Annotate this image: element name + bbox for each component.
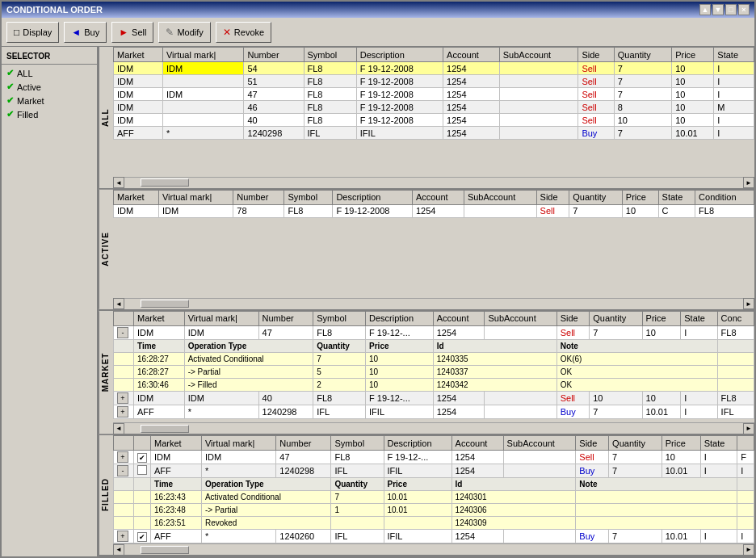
maximize-button[interactable]: □ xyxy=(725,4,737,15)
col-price: Price xyxy=(672,48,714,62)
table-row[interactable]: + ✔ IDM IDM 47 FL8 F 19-12-... 1254 xyxy=(114,451,754,464)
selector-item-active[interactable]: ✔ Active xyxy=(2,80,97,94)
table-row-expanded[interactable]: - AFF * 1240298 IFL IFIL 1254 xyxy=(114,464,754,478)
table-row[interactable]: IDM IDM 78 FL8 F 19-12-2008 1254 Sell 7 xyxy=(114,204,754,217)
filled-scrollbar[interactable]: ◄ ► xyxy=(113,543,754,555)
expand-btn[interactable]: + xyxy=(117,451,128,463)
cell-side: Sell xyxy=(578,62,614,75)
scroll-left[interactable]: ◄ xyxy=(113,544,124,556)
sell-button[interactable]: ► Sell xyxy=(111,22,153,43)
table-row[interactable]: IDM 40 FL8 F 19-12-2008 1254 Sell 10 xyxy=(114,114,754,127)
scroll-right[interactable]: ► xyxy=(743,298,754,309)
minimize-button[interactable]: ▲ xyxy=(699,4,711,15)
selector-item-market[interactable]: ✔ Market xyxy=(2,94,97,107)
active-section-label: ACTIVE xyxy=(99,190,113,309)
active-scrollbar[interactable]: ◄ ► xyxy=(113,298,754,309)
selector-label-all: ALL xyxy=(17,69,33,78)
table-row[interactable]: IDM 46 FL8 F 19-12-2008 1254 Sell 8 xyxy=(114,101,754,114)
cell-desc: F 19-12-2008 xyxy=(356,62,443,75)
col-desc: Description xyxy=(356,48,443,62)
display-label: Display xyxy=(23,27,52,37)
col-number: Number xyxy=(258,311,313,325)
filled-section-content: Market Virtual mark| Number Symbol Descr… xyxy=(113,435,754,555)
col-virtual: Virtual mark| xyxy=(162,48,244,62)
buy-button[interactable]: ◄ Buy xyxy=(64,22,107,43)
table-row[interactable]: IDM IDM 47 FL8 F 19-12-2008 1254 Sell 7 xyxy=(114,88,754,101)
collapse-btn[interactable]: - xyxy=(117,465,128,476)
col-side: Side xyxy=(576,436,609,451)
table-row[interactable]: IDM IDM 54 FL8 F 19-12-2008 1254 Sell 7 xyxy=(114,62,754,75)
col-symbol: Symbol xyxy=(284,190,333,204)
scroll-left[interactable]: ◄ xyxy=(113,298,124,309)
selector-label-active: Active xyxy=(17,82,41,92)
expand-btn[interactable]: + xyxy=(117,392,128,404)
table-row[interactable]: + ✔ AFF * 1240260 IFL IFIL 1254 xyxy=(114,530,754,543)
revoke-button[interactable]: ✕ Revoke xyxy=(216,22,271,43)
active-table: Market Virtual mark| Number Symbol Descr… xyxy=(113,190,754,218)
table-row[interactable]: + AFF * 1240298 IFL IFIL 1254 Buy xyxy=(114,405,754,418)
scroll-thumb[interactable] xyxy=(141,546,189,554)
checkbox[interactable]: ✔ xyxy=(137,453,147,463)
buy-icon: ◄ xyxy=(71,27,81,38)
filled-header-row: Market Virtual mark| Number Symbol Descr… xyxy=(114,436,754,451)
all-header-row: Market Virtual mark| Number Symbol Descr… xyxy=(114,48,754,62)
table-row-expanded[interactable]: - IDM IDM 47 FL8 F 19-12-... 1254 Sell xyxy=(114,325,754,339)
scroll-thumb[interactable] xyxy=(141,300,189,308)
market-table-area: Market Virtual mark| Number Symbol Descr… xyxy=(113,311,754,422)
col-condition: Condition xyxy=(695,190,754,204)
col-subaccount: SubAccount xyxy=(503,436,576,451)
checkbox[interactable]: ✔ xyxy=(137,532,147,542)
active-section: ACTIVE Market Virtual mark| Number S xyxy=(99,190,754,311)
col-market: Market xyxy=(114,48,163,62)
col-expander xyxy=(114,311,134,325)
market-scrollbar[interactable]: ◄ ► xyxy=(113,422,754,434)
table-row[interactable]: + IDM IDM 40 FL8 F 19-12-... 1254 Sell xyxy=(114,391,754,405)
table-row[interactable]: IDM 51 FL8 F 19-12-2008 1254 Sell 7 xyxy=(114,75,754,88)
collapse-btn[interactable]: - xyxy=(117,327,128,338)
col-account: Account xyxy=(412,190,464,204)
scroll-left[interactable]: ◄ xyxy=(113,177,124,188)
window-title: CONDITIONAL ORDER xyxy=(6,5,103,15)
col-state: State xyxy=(658,190,695,204)
market-table: Market Virtual mark| Number Symbol Descr… xyxy=(113,311,754,419)
cell-price: 10 xyxy=(672,62,714,75)
scroll-right[interactable]: ► xyxy=(743,544,754,556)
content-area: ALL Market Virtual mark| Number Symb xyxy=(99,47,754,556)
restore-button[interactable]: ▼ xyxy=(712,4,724,15)
selector-item-filled[interactable]: ✔ Filled xyxy=(2,107,97,121)
col-side: Side xyxy=(578,48,614,62)
scroll-left[interactable]: ◄ xyxy=(113,423,124,434)
main-window: CONDITIONAL ORDER ▲ ▼ □ × □ Display ◄ Bu… xyxy=(0,0,756,558)
table-row[interactable]: AFF * 1240298 IFL IFIL 1254 Buy 7 xyxy=(114,127,754,140)
all-scrollbar[interactable]: ◄ ► xyxy=(113,177,754,188)
col-state: State xyxy=(700,436,737,451)
selector-item-all[interactable]: ✔ ALL xyxy=(2,66,97,80)
cell-account: 1254 xyxy=(443,62,500,75)
close-button[interactable]: × xyxy=(738,4,750,15)
col-cb xyxy=(134,436,151,451)
scroll-right[interactable]: ► xyxy=(743,423,754,434)
cell-subaccount xyxy=(499,62,578,75)
col-account: Account xyxy=(433,311,485,325)
scroll-thumb[interactable] xyxy=(141,178,189,187)
filled-detail-row: 16:23:43 Activated Conditional 7 10.01 1… xyxy=(114,491,754,504)
expand-btn[interactable]: + xyxy=(117,406,128,417)
market-header-row: Market Virtual mark| Number Symbol Descr… xyxy=(114,311,754,325)
col-virtual: Virtual mark| xyxy=(201,436,275,451)
filled-table: Market Virtual mark| Number Symbol Descr… xyxy=(113,435,754,543)
col-side: Side xyxy=(536,190,569,204)
scroll-thumb[interactable] xyxy=(141,425,189,433)
col-virtual: Virtual mark| xyxy=(184,311,258,325)
col-number: Number xyxy=(244,48,304,62)
display-button[interactable]: □ Display xyxy=(6,22,59,43)
checkbox[interactable] xyxy=(137,465,147,475)
detail-row: 16:28:27 Activated Conditional 7 10 1240… xyxy=(114,352,754,365)
scroll-right[interactable]: ► xyxy=(743,177,754,188)
modify-button[interactable]: ✎ Modify xyxy=(158,22,210,43)
expand-btn[interactable]: + xyxy=(117,531,128,542)
col-price: Price xyxy=(622,190,658,204)
selector-label: SELECTOR xyxy=(2,50,97,65)
all-section-content: Market Virtual mark| Number Symbol Descr… xyxy=(113,47,754,188)
col-market: Market xyxy=(134,311,185,325)
col-virtual: Virtual mark| xyxy=(158,190,233,204)
